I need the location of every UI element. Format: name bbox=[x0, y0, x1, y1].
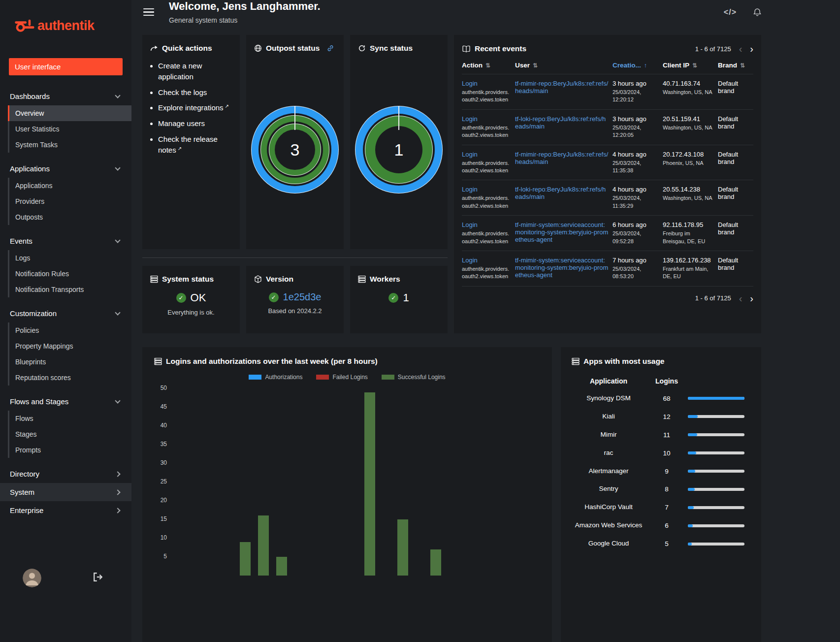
event-user-link[interactable]: tf-mimir-repo:BeryJu/k8s:ref:refs/heads/… bbox=[515, 80, 608, 95]
sidebar-item-logs[interactable]: Logs bbox=[8, 250, 131, 266]
sidebar-section-header-enterprise[interactable]: Enterprise bbox=[0, 501, 131, 519]
chart-y-tick: 30 bbox=[161, 459, 167, 466]
sidebar-item-prompts[interactable]: Prompts bbox=[8, 442, 131, 458]
sidebar-item-overview[interactable]: Overview bbox=[8, 105, 131, 121]
event-action-link[interactable]: Login bbox=[462, 221, 478, 228]
event-time-ago: 4 hours ago bbox=[613, 151, 659, 158]
sidebar-item-outposts[interactable]: Outposts bbox=[8, 209, 131, 225]
recent-events-card: Recent events 1 - 6 of 7125 ‹ › Action⇅ bbox=[454, 35, 761, 333]
app-usage-logins: 10 bbox=[649, 445, 684, 461]
event-client-ip: 92.116.178.95 bbox=[663, 221, 714, 228]
event-created-cell: 3 hours ago25/03/2024, 12:20:05 bbox=[613, 109, 663, 145]
chevron-right-icon bbox=[115, 489, 120, 495]
outposts-link-icon[interactable] bbox=[326, 44, 334, 52]
sidebar-item-reputation-scores[interactable]: Reputation scores bbox=[8, 370, 131, 385]
version-value-link[interactable]: 1e25d3e bbox=[283, 291, 322, 303]
event-location: Washington, US, NA bbox=[663, 124, 714, 131]
quick-actions-title: Quick actions bbox=[162, 44, 212, 53]
sort-icon: ⇅ bbox=[740, 62, 745, 69]
sync-status-title: Sync status bbox=[370, 44, 413, 53]
authentik-logo-text: authentik bbox=[37, 18, 95, 33]
event-timestamp: 25/03/2024, 11:35:29 bbox=[613, 194, 659, 210]
authentik-logo-icon bbox=[14, 19, 34, 32]
app-usage-bar-fill bbox=[688, 415, 698, 418]
pagination-next-button[interactable]: › bbox=[750, 44, 753, 54]
sort-asc-icon: ↑ bbox=[644, 62, 647, 69]
sign-out-icon[interactable] bbox=[93, 573, 103, 583]
sidebar-item-providers[interactable]: Providers bbox=[8, 193, 131, 209]
user-interface-button[interactable]: User interface bbox=[9, 58, 123, 75]
sidebar-section-customization: CustomizationPoliciesProperty MappingsBl… bbox=[0, 304, 131, 385]
sidebar-section-header-directory[interactable]: Directory bbox=[0, 465, 131, 483]
workers-title: Workers bbox=[370, 275, 400, 284]
chart-bar bbox=[364, 392, 375, 576]
notifications-bell-icon[interactable] bbox=[752, 7, 762, 17]
column-header-brand[interactable]: Brand⇅ bbox=[718, 57, 753, 74]
event-user-link[interactable]: tf-loki-repo:BeryJu/k8s:ref:refs/heads/m… bbox=[515, 186, 606, 200]
donut-center: 1 bbox=[375, 126, 422, 173]
api-browser-icon[interactable]: </> bbox=[724, 8, 737, 17]
sidebar-item-notification-rules[interactable]: Notification Rules bbox=[8, 266, 131, 282]
event-user-cell: tf-mimir-repo:BeryJu/k8s:ref:refs/heads/… bbox=[515, 74, 613, 110]
event-brand: Default brand bbox=[718, 80, 749, 95]
chart-legend-item-successful-logins[interactable]: Successful Logins bbox=[382, 374, 446, 381]
sidebar-section-header-applications[interactable]: Applications bbox=[0, 160, 131, 178]
logins-chart: 5045403530252015105 bbox=[154, 388, 540, 576]
app-usage-logins: 8 bbox=[649, 481, 684, 497]
sidebar-item-blueprints[interactable]: Blueprints bbox=[8, 354, 131, 370]
event-action-link[interactable]: Login bbox=[462, 186, 478, 193]
sidebar-section-dashboards: DashboardsOverviewUser StatisticsSystem … bbox=[0, 87, 131, 153]
event-action-cell: Loginauthentik.providers.oauth2.views.to… bbox=[462, 145, 515, 180]
app-usage-bar bbox=[688, 524, 744, 527]
quick-action-check-the-release-notes[interactable]: Check the release notes↗ bbox=[158, 134, 235, 156]
event-user-link[interactable]: tf-mimir-repo:BeryJu/k8s:ref:refs/heads/… bbox=[515, 151, 608, 165]
app-usage-bar-cell bbox=[688, 465, 750, 477]
event-user-link[interactable]: tf-mimir-system:serviceaccount:monitorin… bbox=[515, 221, 608, 243]
event-row: Loginauthentik.providers.oauth2.views.to… bbox=[462, 180, 753, 216]
chart-legend-item-authorizations[interactable]: Authorizations bbox=[249, 374, 302, 381]
event-user-link[interactable]: tf-loki-repo:BeryJu/k8s:ref:refs/heads/m… bbox=[515, 115, 606, 130]
sort-icon: ⇅ bbox=[485, 62, 490, 69]
column-header-action[interactable]: Action⇅ bbox=[462, 57, 515, 74]
event-row: Loginauthentik.providers.oauth2.views.to… bbox=[462, 109, 753, 145]
sidebar-section-header-dashboards[interactable]: Dashboards bbox=[0, 87, 131, 105]
donut-center: 3 bbox=[275, 129, 315, 170]
sidebar-section-header-events[interactable]: Events bbox=[0, 232, 131, 250]
quick-action-explore-integrations[interactable]: Explore integrations↗ bbox=[158, 102, 235, 113]
column-header-user[interactable]: User⇅ bbox=[515, 57, 613, 74]
quick-action-manage-users[interactable]: Manage users bbox=[158, 118, 235, 129]
sidebar-item-system-tasks[interactable]: System Tasks bbox=[8, 137, 131, 153]
event-user-link[interactable]: tf-mimir-system:serviceaccount:monitorin… bbox=[515, 257, 608, 279]
sidebar-section-header-system[interactable]: System bbox=[0, 483, 131, 501]
sidebar-item-user-statistics[interactable]: User Statistics bbox=[8, 121, 131, 137]
pagination-next-button[interactable]: › bbox=[750, 293, 753, 303]
sidebar-section-header-flows-and-stages[interactable]: Flows and Stages bbox=[0, 392, 131, 411]
sidebar-item-property-mappings[interactable]: Property Mappings bbox=[8, 338, 131, 354]
pagination-prev-button[interactable]: ‹ bbox=[739, 44, 743, 54]
event-action-link[interactable]: Login bbox=[462, 115, 478, 123]
sidebar-item-applications[interactable]: Applications bbox=[8, 178, 131, 193]
event-user-cell: tf-mimir-repo:BeryJu/k8s:ref:refs/heads/… bbox=[515, 145, 613, 180]
app-usage-bar-cell bbox=[688, 392, 750, 404]
column-header-client-ip[interactable]: Client IP⇅ bbox=[663, 57, 718, 74]
event-action-link[interactable]: Login bbox=[462, 151, 478, 158]
quick-action-create-a-new-application[interactable]: Create a new application bbox=[158, 61, 235, 82]
page-title: Welcome, Jens Langhammer. bbox=[169, 0, 321, 13]
event-timestamp: 25/03/2024, 08:53:20 bbox=[613, 265, 659, 281]
sidebar-item-notification-transports[interactable]: Notification Transports bbox=[8, 282, 131, 297]
sidebar-item-flows[interactable]: Flows bbox=[8, 411, 131, 426]
column-header-creation-date[interactable]: Creatio...↑ bbox=[613, 57, 663, 74]
event-action-link[interactable]: Login bbox=[462, 80, 478, 87]
sidebar-item-stages[interactable]: Stages bbox=[8, 426, 131, 442]
event-ip-cell: 92.116.178.95Freiburg im Breisgau, DE, E… bbox=[663, 216, 718, 251]
sidebar-toggle-button[interactable] bbox=[143, 8, 154, 16]
chart-legend-item-failed-logins[interactable]: Failed Logins bbox=[316, 374, 367, 381]
user-avatar[interactable] bbox=[23, 569, 41, 587]
app-usage-logins: 68 bbox=[649, 390, 684, 407]
sidebar-item-policies[interactable]: Policies bbox=[8, 322, 131, 338]
quick-action-check-the-logs[interactable]: Check the logs bbox=[158, 87, 235, 98]
authentik-logo[interactable]: authentik bbox=[0, 0, 131, 51]
pagination-prev-button[interactable]: ‹ bbox=[739, 293, 743, 303]
sidebar-section-header-customization[interactable]: Customization bbox=[0, 304, 131, 322]
event-action-link[interactable]: Login bbox=[462, 257, 478, 264]
